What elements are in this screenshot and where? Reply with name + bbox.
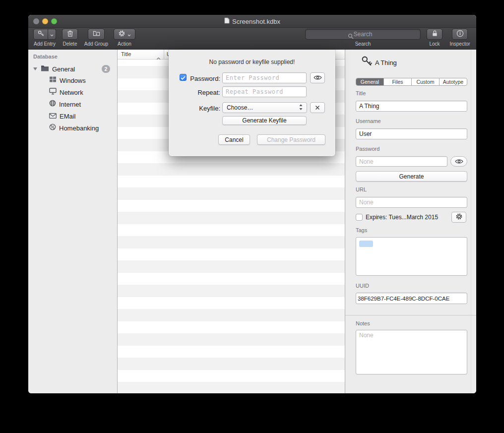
window-title: Screenshot.kdbx	[232, 18, 280, 25]
email-icon	[49, 112, 57, 121]
expires-checkbox[interactable]	[356, 214, 363, 221]
sidebar-item-label: Homebanking	[59, 124, 99, 132]
action-toolbar-item: Action	[113, 29, 136, 47]
change-password-sheet: No password or keyfile supplied! Passwor…	[169, 50, 335, 156]
keyfile-popup[interactable]: Choose…	[222, 102, 307, 113]
inspector-button[interactable]	[452, 29, 468, 40]
sidebar-item-general[interactable]: General 2	[28, 63, 117, 75]
reveal-password-button[interactable]	[310, 72, 325, 83]
cancel-button[interactable]: Cancel	[218, 134, 250, 145]
tab-general[interactable]: General	[356, 78, 384, 85]
add-group-toolbar-item: Add Group	[82, 29, 111, 47]
add-group-label: Add Group	[82, 41, 111, 47]
change-password-button[interactable]: Change Password	[257, 134, 325, 145]
password-checkbox[interactable]	[180, 74, 187, 81]
inspector-toolbar-item: Inspector	[446, 29, 474, 47]
inspector-password-input[interactable]	[356, 156, 447, 167]
search-label: Search	[305, 41, 421, 47]
keyfile-field-label: Keyfile:	[189, 105, 220, 112]
url-input[interactable]	[356, 197, 467, 208]
column-divider[interactable]	[164, 50, 164, 60]
sidebar-item-email[interactable]: EMail	[28, 110, 117, 122]
lock-toolbar-item: Lock	[425, 29, 444, 47]
generate-password-button[interactable]: Generate	[356, 171, 467, 182]
gear-icon	[455, 213, 463, 222]
add-group-icon	[93, 30, 100, 39]
check-icon	[181, 73, 186, 82]
entry-count-badge: 2	[102, 65, 110, 73]
repeat-field-label: Repeat:	[189, 89, 220, 96]
sidebar-item-internet[interactable]: Internet	[28, 98, 117, 110]
sidebar-section-header: Database	[33, 54, 58, 60]
keyfile-popup-value: Choose…	[227, 104, 253, 111]
minimize-button[interactable]	[42, 18, 48, 24]
add-entry-button[interactable]	[33, 29, 48, 40]
sidebar: Database General 2 Windows Network Inter…	[28, 50, 118, 393]
expires-settings-button[interactable]	[451, 212, 466, 223]
tags-box[interactable]	[356, 237, 467, 276]
inspector-label: Inspector	[446, 41, 474, 47]
add-entry-dropdown-button[interactable]	[48, 29, 56, 40]
cancel-label: Cancel	[225, 136, 243, 143]
document-icon	[224, 17, 230, 26]
username-input[interactable]	[356, 128, 467, 139]
generate-label: Generate	[399, 173, 424, 180]
inspector-tabs: General Files Custom Autotype	[356, 78, 467, 86]
column-header-title[interactable]: Title	[121, 51, 131, 57]
sheet-message: No password or keyfile supplied!	[169, 59, 335, 65]
password-input[interactable]	[222, 72, 307, 83]
entry-title-heading: A Thing	[375, 59, 397, 66]
generate-keyfile-button[interactable]: Generate Keyfile	[222, 116, 307, 125]
lock-button[interactable]	[427, 29, 442, 40]
internet-icon	[49, 100, 56, 109]
desktop: { "window": { "title": "Screenshot.kdbx"…	[0, 0, 504, 433]
close-button[interactable]	[33, 18, 39, 24]
password-field-label: Password	[356, 146, 379, 152]
windows-icon	[49, 76, 57, 85]
uuid-field-label: UUID	[356, 283, 369, 289]
gear-icon	[118, 30, 126, 39]
tags-field-label: Tags	[356, 227, 367, 233]
homebanking-icon	[49, 124, 56, 132]
network-icon	[49, 88, 57, 97]
tag-pill[interactable]	[359, 241, 373, 247]
clear-keyfile-button[interactable]	[310, 102, 325, 113]
key-icon	[37, 30, 45, 39]
popup-stepper-icon	[299, 104, 303, 112]
info-icon	[456, 30, 464, 39]
entry-key-icon	[360, 55, 374, 70]
chevron-down-icon	[127, 30, 131, 39]
reveal-password-button[interactable]	[450, 156, 467, 167]
sidebar-item-label: Internet	[59, 101, 81, 108]
change-password-label: Change Password	[267, 136, 315, 143]
notes-field-label: Notes	[356, 320, 370, 326]
url-field-label: URL	[356, 186, 367, 192]
inspector-scrollbar-track[interactable]	[471, 50, 471, 393]
title-input[interactable]	[356, 101, 467, 112]
action-label: Action	[113, 41, 136, 47]
repeat-password-input[interactable]	[222, 86, 307, 97]
sidebar-item-label: EMail	[60, 113, 76, 120]
delete-label: Delete	[60, 41, 80, 47]
eye-icon	[455, 157, 463, 166]
add-group-button[interactable]	[88, 29, 105, 40]
inspector-divider	[345, 315, 476, 315]
action-button[interactable]	[114, 29, 135, 40]
trash-icon	[67, 30, 73, 39]
tab-files[interactable]: Files	[384, 78, 412, 85]
search-input[interactable]	[305, 29, 421, 40]
chevron-down-icon	[50, 30, 54, 39]
sidebar-item-windows[interactable]: Windows	[28, 74, 117, 86]
zoom-button[interactable]	[51, 18, 57, 24]
uuid-input[interactable]	[356, 293, 467, 304]
delete-button[interactable]	[62, 29, 78, 40]
sidebar-item-network[interactable]: Network	[28, 86, 117, 98]
sidebar-item-homebanking[interactable]: Homebanking	[28, 122, 117, 134]
sidebar-item-label: Windows	[60, 77, 86, 84]
tab-custom[interactable]: Custom	[412, 78, 440, 85]
delete-toolbar-item: Delete	[60, 29, 80, 47]
disclosure-triangle-icon[interactable]	[33, 67, 37, 70]
tab-autotype[interactable]: Autotype	[440, 78, 467, 85]
notes-textarea[interactable]	[356, 330, 467, 374]
add-entry-toolbar-item: Add Entry	[32, 29, 57, 47]
